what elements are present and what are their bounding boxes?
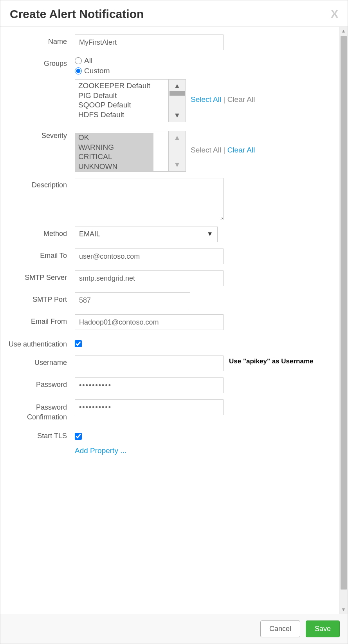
method-select[interactable]: EMAIL ▼ xyxy=(75,227,218,242)
groups-radio-custom-label: Custom xyxy=(84,67,110,75)
list-item[interactable]: HDFS Default xyxy=(78,110,165,120)
add-property-link[interactable]: Add Property ... xyxy=(75,446,126,455)
start-tls-checkbox[interactable] xyxy=(75,433,82,440)
create-alert-dialog: Create Alert Notification X Name Groups xyxy=(0,0,348,644)
password-confirm-input[interactable] xyxy=(75,399,224,415)
scroll-up-icon[interactable]: ▲ xyxy=(174,82,181,90)
description-textarea[interactable] xyxy=(75,178,224,220)
list-item[interactable]: PIG Default xyxy=(78,91,165,101)
email-to-label: Email To xyxy=(4,249,75,260)
groups-radio-all[interactable] xyxy=(75,57,82,64)
severity-select-all[interactable]: Select All xyxy=(191,146,221,154)
groups-listbox[interactable]: ZOOKEEPER Default PIG Default SQOOP Defa… xyxy=(75,79,169,122)
severity-label: Severity xyxy=(4,129,75,140)
email-to-input[interactable] xyxy=(75,249,224,264)
dialog-body: Name Groups All Custom xyxy=(0,27,348,614)
scroll-thumb[interactable] xyxy=(169,91,185,96)
list-item[interactable]: WARNING xyxy=(78,143,153,152)
scroll-up-icon[interactable]: ▲ xyxy=(174,134,181,142)
username-label: Username xyxy=(4,356,75,367)
groups-clear-all[interactable]: Clear All xyxy=(227,95,255,103)
username-hint: Use "apikey" as Username xyxy=(229,356,314,366)
smtp-port-input[interactable] xyxy=(75,292,190,308)
dialog-footer: Cancel Save xyxy=(0,614,348,644)
email-from-label: Email From xyxy=(4,314,75,326)
groups-list-scroll[interactable]: ▲ ▼ xyxy=(169,79,186,122)
close-icon[interactable]: X xyxy=(331,8,338,20)
list-item[interactable]: CRITICAL xyxy=(78,152,153,162)
dialog-title: Create Alert Notification xyxy=(10,7,144,21)
severity-listbox[interactable]: OK WARNING CRITICAL UNKNOWN xyxy=(75,131,169,172)
scroll-thumb[interactable] xyxy=(341,36,347,590)
list-item[interactable]: UNKNOWN xyxy=(78,162,153,172)
groups-radio-custom[interactable] xyxy=(75,67,82,74)
groups-select-all[interactable]: Select All xyxy=(191,95,221,103)
password-confirm-label: Password Confirmation xyxy=(4,399,75,422)
save-button[interactable]: Save xyxy=(306,620,340,637)
cancel-button[interactable]: Cancel xyxy=(260,620,300,637)
name-label: Name xyxy=(4,34,75,46)
scroll-down-icon[interactable]: ▼ xyxy=(174,161,181,169)
severity-clear-all[interactable]: Clear All xyxy=(227,146,255,154)
start-tls-label: Start TLS xyxy=(4,429,75,440)
scroll-up-icon[interactable]: ▲ xyxy=(339,27,348,35)
method-label: Method xyxy=(4,227,75,238)
use-auth-label: Use authentication xyxy=(4,336,75,349)
list-item[interactable]: SQOOP Default xyxy=(78,100,165,110)
smtp-server-label: SMTP Server xyxy=(4,270,75,282)
name-input[interactable] xyxy=(75,34,224,50)
use-auth-checkbox[interactable] xyxy=(75,340,82,347)
dialog-header: Create Alert Notification X xyxy=(0,0,348,27)
list-item[interactable]: OK xyxy=(78,133,153,143)
dialog-scrollbar[interactable]: ▲ ▼ xyxy=(339,27,348,614)
scroll-down-icon[interactable]: ▼ xyxy=(339,605,348,614)
groups-label: Groups xyxy=(4,56,75,68)
scroll-down-icon[interactable]: ▼ xyxy=(174,111,181,120)
list-item[interactable]: ZOOKEEPER Default xyxy=(78,81,165,91)
description-label: Description xyxy=(4,178,75,189)
severity-list-scroll[interactable]: ▲ ▼ xyxy=(169,131,186,172)
email-from-input[interactable] xyxy=(75,314,224,330)
form-area: Name Groups All Custom xyxy=(0,27,339,614)
groups-radio-all-label: All xyxy=(84,56,92,65)
password-input[interactable] xyxy=(75,377,224,393)
password-label: Password xyxy=(4,377,75,389)
smtp-port-label: SMTP Port xyxy=(4,292,75,304)
username-input[interactable] xyxy=(75,356,224,371)
smtp-server-input[interactable] xyxy=(75,270,224,286)
